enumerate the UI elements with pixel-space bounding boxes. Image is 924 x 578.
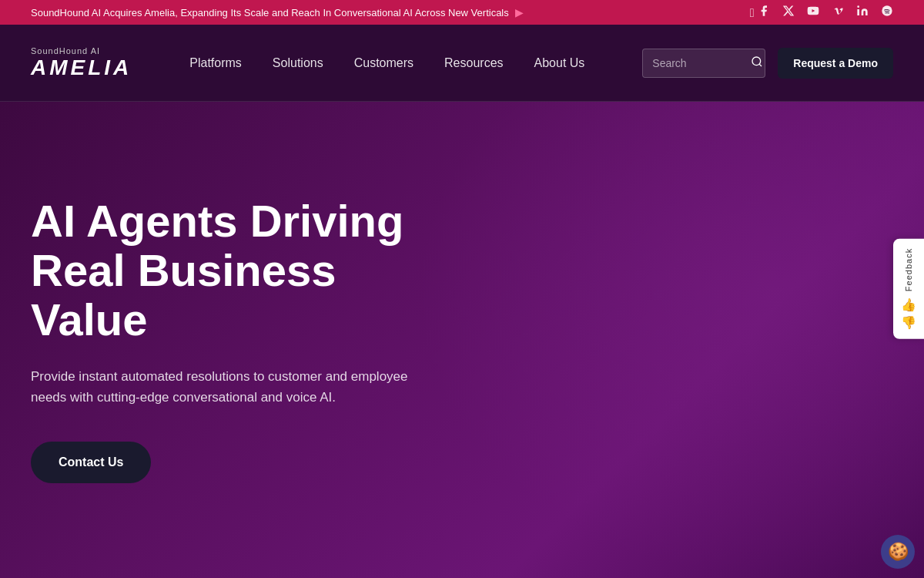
nav-links: Platforms Solutions Customers Resources … (189, 56, 584, 70)
feedback-thumbs: 👍 👎 (901, 297, 916, 330)
announcement-arrow: ▶ (515, 6, 524, 18)
announcement-bar: SoundHound AI Acquires Amelia, Expanding… (0, 0, 924, 25)
navbar: SoundHound AI AMELIA Platforms Solutions… (0, 25, 924, 102)
svg-point-2 (752, 57, 761, 66)
vimeo-icon[interactable] (832, 5, 844, 20)
logo-brand: SoundHound AI (31, 46, 100, 55)
search-input[interactable] (652, 57, 745, 69)
search-icon[interactable] (751, 55, 763, 71)
request-demo-button[interactable]: Request a Demo (778, 48, 893, 79)
cookie-icon: 🍪 (888, 542, 909, 562)
nav-item-solutions[interactable]: Solutions (273, 56, 323, 69)
hero-content: AI Agents Driving Real Business Value Pr… (31, 197, 462, 483)
nav-item-about-us[interactable]: About Us (534, 56, 585, 69)
nav-right: Request a Demo (642, 48, 893, 79)
hero-subtitle: Provide instant automated resolutions to… (31, 366, 416, 408)
thumbs-up-icon[interactable]: 👍 (901, 297, 916, 312)
linkedin-icon[interactable] (856, 5, 869, 20)
thumbs-down-icon[interactable]: 👎 (901, 315, 916, 330)
logo[interactable]: SoundHound AI AMELIA (31, 46, 132, 80)
hero-section: AI Agents Driving Real Business Value Pr… (0, 102, 924, 578)
svg-point-0 (857, 5, 859, 8)
logo-amelia: AMELIA (31, 55, 132, 80)
svg-line-3 (759, 64, 762, 66)
feedback-label: Feedback (904, 248, 913, 291)
facebook-icon[interactable]:  (750, 5, 770, 20)
youtube-icon[interactable] (807, 5, 819, 20)
svg-point-1 (882, 5, 892, 15)
cookie-widget[interactable]: 🍪 (881, 535, 915, 569)
announcement-text-group[interactable]: SoundHound AI Acquires Amelia, Expanding… (31, 6, 524, 18)
social-icons-group:  (750, 5, 893, 20)
feedback-widget[interactable]: Feedback 👍 👎 (893, 239, 924, 339)
nav-item-platforms[interactable]: Platforms (189, 56, 242, 69)
nav-item-customers[interactable]: Customers (354, 56, 413, 69)
nav-item-resources[interactable]: Resources (444, 56, 503, 69)
spotify-icon[interactable] (881, 5, 893, 20)
hero-title: AI Agents Driving Real Business Value (31, 197, 462, 344)
contact-us-button[interactable]: Contact Us (31, 442, 151, 483)
search-box[interactable] (642, 49, 765, 78)
x-twitter-icon[interactable] (782, 5, 795, 20)
announcement-text: SoundHound AI Acquires Amelia, Expanding… (31, 7, 509, 18)
